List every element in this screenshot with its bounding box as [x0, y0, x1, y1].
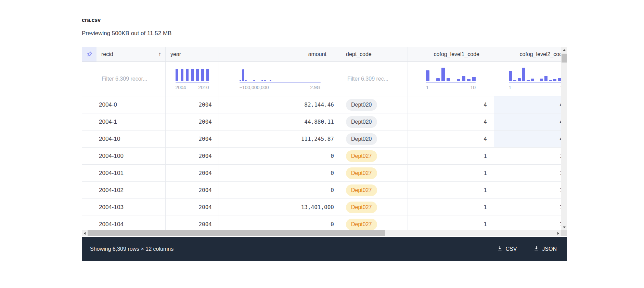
histogram-bar [191, 69, 194, 81]
histogram-bar [549, 80, 552, 81]
histogram-bar [544, 76, 548, 81]
cell-cofog-level1-code: 1 [408, 199, 494, 216]
scrollbar-down-button[interactable] [561, 224, 567, 230]
vertical-scrollbar[interactable] [561, 47, 567, 230]
cell-year: 2004 [166, 113, 219, 131]
histogram-bar [261, 80, 263, 81]
download-csv-label: CSV [505, 246, 517, 252]
cell-recid: 2004-1 [82, 113, 166, 131]
histogram-bar [245, 80, 247, 81]
year-histogram[interactable]: 20042010 [176, 68, 209, 90]
filter-cell-cofog_level1_code: 110 [408, 62, 494, 96]
download-icon [534, 246, 539, 252]
table-row: 2004-102004111,245.87Dept02044 [82, 131, 567, 148]
scrollbar-up-button[interactable] [561, 47, 567, 53]
download-csv-button[interactable]: CSV [495, 245, 519, 252]
amount-histogram[interactable]: −100,000,0002.9G [240, 68, 321, 90]
cell-cofog-level2-code: 1 [494, 165, 567, 182]
cell-amount: 0 [219, 182, 341, 199]
histogram-bar [540, 79, 543, 81]
cell-cofog-level1-code: 1 [408, 148, 494, 165]
cell-dept-code: Dept020 [341, 131, 408, 148]
file-title: cra.csv [82, 17, 567, 23]
histogram-baseline [426, 82, 476, 83]
cell-amount: 0 [219, 165, 341, 182]
histogram-bar [558, 78, 561, 81]
histogram-bar [513, 80, 516, 81]
column-header-cofog_level1_code[interactable]: cofog_level1_code [408, 47, 494, 62]
cofog_level1_code-histogram[interactable]: 110 [426, 68, 476, 90]
histogram-bar [467, 79, 471, 81]
preview-size-info: Previewing 500KB out of 11.52 MB [82, 30, 567, 37]
dept-code-badge: Dept027 [346, 184, 377, 196]
histogram-bar [176, 69, 178, 81]
histogram-max-label: 10 [470, 85, 476, 90]
histogram-bar [531, 79, 534, 81]
cell-year: 2004 [166, 216, 219, 230]
histogram-bar [201, 69, 204, 81]
filter-cell-year: 20042010 [166, 62, 219, 96]
cell-cofog-level1-code: 1 [408, 216, 494, 230]
horizontal-scrollbar-thumb[interactable] [88, 230, 385, 236]
histogram-bar [522, 68, 525, 81]
cell-recid: 2004-100 [82, 148, 166, 165]
column-header-recid[interactable]: recid↑ [96, 47, 166, 62]
table-row: 2004-0200482,144.46Dept02044 [82, 96, 567, 113]
filter-input-recid[interactable] [101, 62, 165, 96]
cell-year: 2004 [166, 96, 219, 113]
column-header-year[interactable]: year [166, 47, 219, 62]
column-label: cofog_level2_code [520, 51, 565, 57]
filter-row: 20042010−100,000,0002.9G110111 [82, 62, 567, 96]
cell-recid: 2004-103 [82, 199, 166, 216]
histogram-bar [553, 79, 556, 81]
histogram-bar [436, 78, 440, 81]
vertical-scrollbar-thumb[interactable] [562, 54, 567, 63]
histogram-bar [527, 80, 530, 81]
histogram-bar [196, 69, 199, 81]
histogram-baseline [240, 82, 321, 83]
cell-dept-code: Dept027 [341, 216, 408, 230]
row-column-summary: Showing 6,309 rows × 12 columns [90, 246, 173, 252]
download-json-button[interactable]: JSON [532, 245, 559, 252]
filter-input-dept_code[interactable] [347, 62, 408, 96]
triangle-right-icon [557, 232, 559, 235]
histogram-bar [426, 70, 429, 81]
histogram-bar [462, 76, 465, 81]
horizontal-scrollbar-track[interactable] [88, 230, 555, 236]
histogram-bar [240, 80, 241, 81]
histogram-max-label: 2.9G [310, 85, 320, 90]
cell-amount: 111,245.87 [219, 131, 341, 148]
histogram-range-labels: −100,000,0002.9G [240, 85, 321, 90]
cell-cofog-level1-code: 4 [408, 96, 494, 113]
histogram-range-labels: 110 [426, 85, 476, 90]
cell-cofog-level2-code: 4 [494, 131, 567, 148]
histogram-min-label: −100,000,000 [240, 85, 269, 90]
histogram-bar [253, 80, 255, 81]
cell-year: 2004 [166, 182, 219, 199]
cell-dept-code: Dept020 [341, 96, 408, 113]
histogram-max-label: 2010 [198, 85, 209, 90]
histogram-bar [264, 80, 266, 81]
pin-column-header[interactable] [82, 47, 96, 62]
column-header-amount[interactable]: amount [219, 47, 341, 62]
column-header-cofog_level2_code[interactable]: cofog_level2_code [494, 47, 567, 62]
csv-preview-page: cra.csv Previewing 500KB out of 11.52 MB… [82, 17, 567, 261]
table-row: 2004-10220040Dept02711 [82, 182, 567, 199]
histogram-bars [426, 68, 476, 81]
scrollbar-left-button[interactable] [82, 230, 88, 236]
download-buttons: CSV JSON [495, 245, 559, 252]
histogram-baseline [176, 82, 209, 83]
scrollbar-right-button[interactable] [555, 230, 561, 236]
table-row: 2004-10420040Dept02711 [82, 216, 567, 230]
cell-year: 2004 [166, 199, 219, 216]
column-label: dept_code [346, 51, 372, 57]
histogram-min-label: 1 [426, 85, 429, 90]
dept-code-badge: Dept020 [346, 116, 377, 128]
histogram-bar [509, 71, 512, 81]
column-header-dept_code[interactable]: dept_code [341, 47, 408, 62]
cofog_level2_code-histogram[interactable]: 111 [509, 68, 565, 90]
dept-code-badge: Dept027 [346, 219, 377, 230]
horizontal-scrollbar[interactable] [82, 230, 567, 236]
cell-cofog-level2-code: 1 [494, 199, 567, 216]
arrow-up-icon: ↑ [158, 51, 166, 58]
